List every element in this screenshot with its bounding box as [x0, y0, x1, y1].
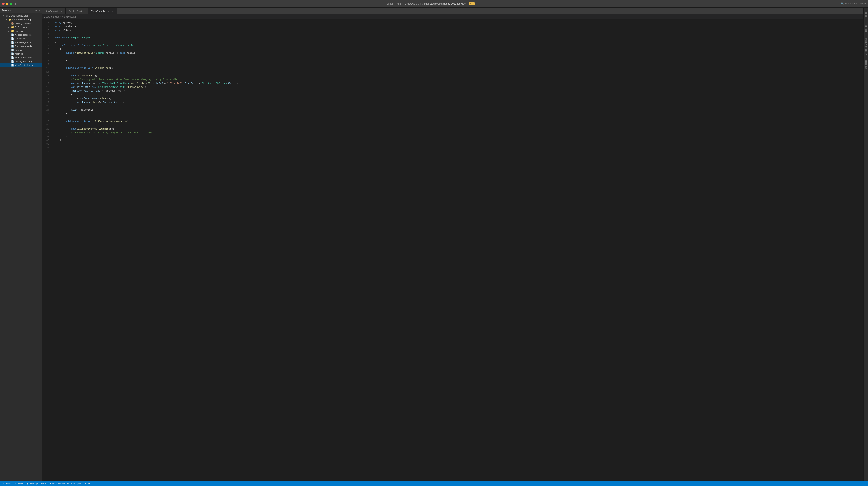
sidebar-header: Solution ◀ ✕: [0, 8, 42, 13]
status-errors[interactable]: ⚠ Errors: [3, 482, 11, 485]
titlebar-breadcrumb: Debug › Apple TV 4K tvOS 11.4 Visual Stu…: [21, 2, 841, 5]
sidebar-item-packages-config[interactable]: 📄 packages.config: [0, 59, 42, 63]
traffic-lights: [2, 3, 12, 5]
titlebar: ▶ Debug › Apple TV 4K tvOS 11.4 Visual S…: [0, 0, 868, 8]
appdelegate-label: AppDelegate.cs: [15, 41, 41, 44]
file-icon: 📄: [11, 33, 14, 36]
cs-icon: 📄: [11, 52, 14, 55]
breadcrumb-sep1: ›: [395, 3, 396, 5]
package-icon: ◉: [27, 482, 29, 485]
assets-label: Assets.xcassets: [15, 33, 41, 36]
sidebar-item-getting-started[interactable]: 🏠 Getting Started: [0, 22, 42, 25]
close-button[interactable]: [2, 3, 5, 5]
tab-getting-started-label: Getting Started: [69, 10, 85, 12]
scrollbar-gutter: [862, 19, 863, 481]
status-tasks[interactable]: ✓ Tasks: [15, 482, 23, 485]
ln-30: 30: [42, 131, 51, 135]
ln-16: 16: [42, 78, 51, 81]
solution-icon: ◉: [6, 15, 8, 17]
code-content[interactable]: using System; using Foundation; using UI…: [51, 19, 862, 481]
tab-viewcontroller[interactable]: ViewController.cs ✕: [88, 8, 118, 14]
sidebar-item-references[interactable]: ▶ 📁 References: [0, 25, 42, 29]
sidebar: Solution ◀ ✕ ▼ ◉ CSharpMathSample ▼ 📁 CS…: [0, 8, 42, 481]
sidebar-item-project[interactable]: ▼ 📁 CSharpMathSample: [0, 18, 42, 22]
breadcrumb-viewcontroller[interactable]: ViewController: [44, 16, 59, 18]
sidebar-item-viewcontroller[interactable]: 📄 ViewController.cs: [0, 63, 42, 67]
breadcrumb-bar: ViewController › ViewDidLoad(): [42, 15, 863, 19]
minimize-button[interactable]: [6, 3, 8, 5]
status-package-console[interactable]: ◉ Package Console: [27, 482, 46, 485]
sidebar-item-packages[interactable]: ▶ 📁 Packages: [0, 29, 42, 33]
ln-23: 23: [42, 104, 51, 108]
search-bar[interactable]: 🔍 Press ⌘K to search: [841, 2, 866, 5]
ln-15: 15: [42, 74, 51, 78]
tab-viewcontroller-label: ViewController.cs: [91, 10, 110, 12]
sidebar-close-icon[interactable]: ✕: [38, 9, 40, 11]
tab-appdelegate[interactable]: AppDelegate.cs: [42, 8, 65, 14]
app-output-label: Application Output - CSharpMathSample: [52, 482, 90, 485]
ln-10: 10: [42, 55, 51, 59]
breadcrumb-sep: ›: [60, 16, 61, 18]
resources-label: Resources: [15, 37, 41, 40]
sidebar-item-assets[interactable]: 📄 Assets.xcassets: [0, 33, 42, 37]
file-icon: 📄: [11, 37, 14, 40]
packages-config-label: packages.config: [15, 60, 41, 63]
sidebar-tree: ▼ ◉ CSharpMathSample ▼ 📁 CSharpMathSampl…: [0, 13, 42, 68]
tab-close-icon[interactable]: ✕: [111, 10, 114, 13]
breadcrumb-viewdidload[interactable]: ViewDidLoad(): [62, 16, 77, 18]
arrow-icon: ▶: [8, 30, 10, 32]
cs-icon: 📄: [11, 41, 14, 44]
sidebar-item-main-cs[interactable]: 📄 Main.cs: [0, 52, 42, 56]
content-area: AppDelegate.cs Getting Started ViewContr…: [42, 8, 863, 481]
ln-29: 29: [42, 127, 51, 131]
sidebar-toggle-icon[interactable]: ◀: [35, 9, 37, 11]
ln-27: 27: [42, 119, 51, 123]
ln-18: 18: [42, 85, 51, 89]
sidebar-item-entitlements[interactable]: 📄 Entitlements.plist: [0, 44, 42, 48]
ln-2: 2: [42, 25, 51, 28]
ln-13: 13: [42, 66, 51, 70]
cs-icon: 📄: [11, 64, 14, 67]
sidebar-item-resources[interactable]: 📄 Resources: [0, 37, 42, 40]
ln-4: 4: [42, 32, 51, 36]
ln-9: 9: [42, 51, 51, 55]
device-label: Apple TV 4K tvOS 11.4: [397, 3, 421, 5]
search-label: Press ⌘K to search: [845, 2, 866, 5]
infoplist-label: Info.plist: [15, 49, 41, 51]
tab-appdelegate-label: AppDelegate.cs: [45, 10, 62, 12]
ln-7: 7: [42, 44, 51, 47]
ln-1: 1: [42, 21, 51, 25]
sidebar-item-infoplist[interactable]: 📄 Info.plist: [0, 48, 42, 52]
right-tab-properties[interactable]: Properties: [864, 22, 867, 35]
right-tab-unit-tests[interactable]: Unit Tests: [864, 58, 867, 71]
project-label: CSharpMathSample: [12, 18, 41, 21]
config-icon: 📄: [11, 60, 14, 63]
sidebar-item-solution[interactable]: ▼ ◉ CSharpMathSample: [0, 14, 42, 18]
warning-badge: ⚠ 1: [469, 2, 475, 5]
tabs-bar: AppDelegate.cs Getting Started ViewContr…: [42, 8, 863, 15]
sidebar-item-main-storyboard[interactable]: 📄 Main.storyboard: [0, 56, 42, 59]
ln-35: 35: [42, 150, 51, 153]
arrow-icon: ▼: [3, 15, 5, 17]
ln-12: 12: [42, 62, 51, 66]
maximize-button[interactable]: [10, 3, 12, 5]
main-storyboard-label: Main.storyboard: [15, 56, 41, 59]
status-app-output[interactable]: ▶ Application Output - CSharpMathSample: [50, 482, 90, 485]
sidebar-header-icons: ◀ ✕: [35, 9, 40, 11]
ln-31: 31: [42, 135, 51, 138]
plist-icon: 📄: [11, 49, 14, 52]
right-sidebar: Toolbox Properties Document Outline Unit…: [863, 8, 868, 481]
ln-32: 32: [42, 138, 51, 142]
code-editor: 1 2 3 4 5 6 7 8 9 10 11 12 13 14 15 16 1…: [42, 19, 863, 481]
search-icon: 🔍: [841, 2, 844, 5]
right-tab-document-outline[interactable]: Document Outline: [864, 36, 867, 57]
folder-icon: 📁: [11, 26, 14, 29]
sidebar-item-appdelegate[interactable]: 📄 AppDelegate.cs: [0, 40, 42, 44]
ln-11: 11: [42, 59, 51, 62]
ln-24: 24: [42, 108, 51, 112]
tab-getting-started[interactable]: Getting Started: [65, 8, 88, 14]
arrow-icon: ▼: [5, 19, 8, 21]
ln-25: 25: [42, 112, 51, 116]
play-button[interactable]: ▶: [15, 2, 17, 5]
right-tab-toolbox[interactable]: Toolbox: [864, 9, 867, 20]
